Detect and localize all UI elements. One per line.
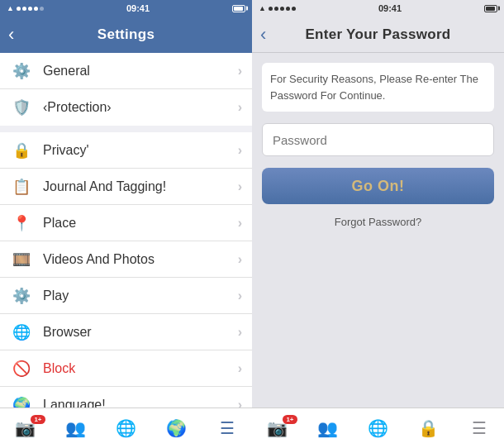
place-chevron: ›	[238, 216, 242, 231]
right-panel: ▲ 09:41 ‹ Enter Your Password For Securi…	[252, 0, 504, 448]
block-chevron: ›	[238, 361, 242, 376]
general-icon: ⚙️	[10, 60, 33, 83]
left-tab-globe-icon: 🌍	[166, 418, 187, 438]
journal-label: Journal And Tagging!	[43, 179, 238, 194]
password-content: For Security Reasons, Please Re-enter Th…	[252, 53, 504, 407]
security-note: For Security Reasons, Please Re-enter Th…	[262, 63, 494, 112]
place-label: Place	[43, 216, 238, 231]
right-header-title: Enter Your Password	[305, 26, 450, 43]
browser-label: Browser	[43, 325, 238, 340]
right-status-bar: ▲ 09:41	[252, 0, 504, 17]
right-tab-world-icon: 🌐	[368, 418, 388, 438]
settings-item-videos[interactable]: 🎞️ Videos And Photos ›	[0, 241, 252, 278]
settings-item-general[interactable]: ⚙️ General ›	[0, 53, 252, 89]
left-tab-photos-badge: 1+	[31, 415, 45, 424]
play-chevron: ›	[238, 288, 242, 303]
right-tab-menu-icon: ☰	[472, 418, 487, 438]
left-status-bar: ▲ 09:41	[0, 0, 252, 17]
play-icon: ⚙️	[10, 284, 33, 307]
left-tab-world-icon: 🌐	[116, 418, 136, 438]
right-tab-friends-icon: 👥	[317, 418, 338, 438]
block-label: Block	[43, 361, 238, 376]
forgot-password-link[interactable]: Forgot Password?	[262, 216, 494, 228]
signal-dot-3	[28, 7, 32, 11]
settings-item-play[interactable]: ⚙️ Play ›	[0, 278, 252, 314]
left-tab-bar: 📷 1+ 👥 🌐 🌍 ☰	[0, 407, 252, 448]
left-battery-fill	[234, 7, 243, 11]
right-battery-icon	[484, 5, 497, 12]
right-signal-dot-3	[280, 7, 284, 11]
privacy-chevron: ›	[238, 143, 242, 158]
right-tab-menu[interactable]: ☰	[461, 418, 497, 438]
left-tab-world[interactable]: 🌐	[108, 418, 145, 438]
signal-dot-2	[22, 7, 26, 11]
privacy-label: Privacy'	[43, 143, 238, 158]
left-tab-friends[interactable]: 👥	[58, 418, 94, 438]
left-signal-icons: ▲	[7, 4, 44, 12]
right-wifi-icon: ▲	[259, 4, 266, 12]
privacy-icon: 🔒	[10, 139, 33, 162]
right-signal-icons: ▲	[259, 4, 296, 12]
right-battery-fill	[486, 7, 495, 11]
right-header: ‹ Enter Your Password	[252, 17, 504, 53]
left-panel: ▲ 09:41 ‹ Settings ⚙️ General	[0, 0, 252, 448]
settings-section-2: 🔒 Privacy' › 📋 Journal And Tagging! › 📍 …	[0, 132, 252, 407]
videos-chevron: ›	[238, 252, 242, 267]
settings-item-browser[interactable]: 🌐 Browser ›	[0, 314, 252, 350]
settings-item-place[interactable]: 📍 Place ›	[0, 205, 252, 241]
go-on-button[interactable]: Go On!	[262, 168, 494, 204]
right-tab-world[interactable]: 🌐	[360, 418, 397, 438]
videos-icon: 🎞️	[10, 248, 33, 271]
settings-item-journal[interactable]: 📋 Journal And Tagging! ›	[0, 169, 252, 205]
left-battery-area	[232, 5, 245, 12]
right-tab-bar: 📷 1+ 👥 🌐 🔒 ☰	[252, 407, 504, 448]
block-icon: 🚫	[10, 357, 33, 380]
language-icon: 🌍	[10, 393, 33, 407]
journal-icon: 📋	[10, 175, 33, 198]
right-signal-dot-2	[274, 7, 278, 11]
left-back-button[interactable]: ‹	[8, 26, 14, 44]
right-battery-area	[484, 5, 497, 12]
left-tab-globe[interactable]: 🌍	[159, 418, 195, 438]
left-tab-photos[interactable]: 📷 1+	[7, 418, 44, 438]
right-tab-friends[interactable]: 👥	[310, 418, 346, 438]
left-tab-menu[interactable]: ☰	[209, 418, 245, 438]
settings-list: ⚙️ General › 🛡️ ‹Protection› › 🔒 Privacy…	[0, 53, 252, 407]
protection-icon: 🛡️	[10, 96, 33, 119]
place-icon: 📍	[10, 212, 33, 235]
settings-item-language[interactable]: 🌍 Language! ›	[0, 387, 252, 407]
signal-dot-1	[17, 7, 21, 11]
left-signal-bars	[17, 7, 44, 11]
settings-section-1: ⚙️ General › 🛡️ ‹Protection› ›	[0, 53, 252, 126]
browser-icon: 🌐	[10, 321, 33, 344]
general-chevron: ›	[238, 64, 242, 79]
left-tab-menu-icon: ☰	[220, 418, 235, 438]
password-input-wrapper	[262, 123, 494, 156]
left-time: 09:41	[126, 3, 150, 13]
left-battery-icon	[232, 5, 245, 12]
right-signal-dot-5	[292, 7, 296, 11]
right-tab-lock-icon: 🔒	[418, 418, 439, 438]
signal-dot-4	[34, 7, 38, 11]
left-wifi-icon: ▲	[7, 4, 14, 12]
right-tab-lock[interactable]: 🔒	[411, 418, 447, 438]
left-tab-friends-icon: 👥	[65, 418, 86, 438]
right-tab-photos[interactable]: 📷 1+	[259, 418, 296, 438]
protection-chevron: ›	[238, 100, 242, 115]
play-label: Play	[43, 288, 238, 303]
right-signal-dot-4	[286, 7, 290, 11]
videos-label: Videos And Photos	[43, 252, 238, 267]
password-input[interactable]	[263, 124, 493, 155]
left-header-title: Settings	[97, 26, 155, 43]
right-back-button[interactable]: ‹	[260, 26, 266, 44]
browser-chevron: ›	[238, 325, 242, 340]
general-label: General	[43, 64, 238, 79]
right-signal-bars	[269, 7, 296, 11]
settings-item-protection[interactable]: 🛡️ ‹Protection› ›	[0, 89, 252, 126]
settings-item-block[interactable]: 🚫 Block ›	[0, 350, 252, 387]
language-label: Language!	[43, 398, 238, 407]
signal-dot-5	[40, 7, 44, 11]
journal-chevron: ›	[238, 179, 242, 194]
right-signal-dot-1	[269, 7, 273, 11]
settings-item-privacy[interactable]: 🔒 Privacy' ›	[0, 132, 252, 169]
